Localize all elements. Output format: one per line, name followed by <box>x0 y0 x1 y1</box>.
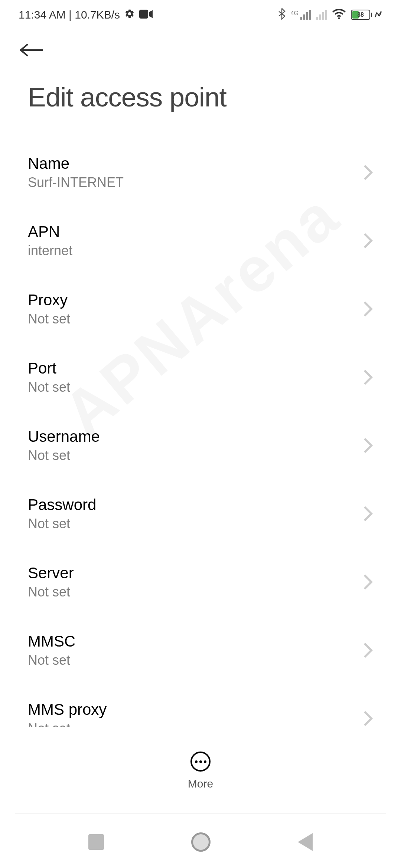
setting-value: Not set <box>28 721 355 727</box>
setting-row-mms-proxy[interactable]: MMS proxy Not set <box>0 684 401 727</box>
chevron-right-icon <box>363 437 373 454</box>
back-row <box>0 30 401 67</box>
setting-value: Not set <box>28 379 355 395</box>
setting-label: APN <box>28 223 355 241</box>
signal-sim2 <box>316 10 327 20</box>
chevron-right-icon <box>363 233 373 249</box>
status-time: 11:34 AM | 10.7KB/s <box>19 9 120 21</box>
setting-value: Not set <box>28 311 355 327</box>
chevron-right-icon <box>363 574 373 590</box>
network-type-label: 4G <box>291 10 299 17</box>
chevron-right-icon <box>363 164 373 181</box>
more-label: More <box>188 777 213 790</box>
setting-label: Username <box>28 428 355 445</box>
setting-row-port[interactable]: Port Not set <box>0 343 401 411</box>
content-area: 11:34 AM | 10.7KB/s 4G <box>0 0 401 727</box>
chevron-right-icon <box>363 710 373 727</box>
status-bar: 11:34 AM | 10.7KB/s 4G <box>0 0 401 30</box>
wifi-icon <box>332 9 346 22</box>
status-left: 11:34 AM | 10.7KB/s <box>19 9 153 22</box>
setting-value: internet <box>28 243 355 259</box>
setting-value: Surf-INTERNET <box>28 175 355 190</box>
setting-value: Not set <box>28 584 355 600</box>
setting-row-username[interactable]: Username Not set <box>0 411 401 480</box>
nav-recents-button[interactable] <box>88 834 104 850</box>
gear-icon <box>124 9 135 22</box>
setting-row-mmsc[interactable]: MMSC Not set <box>0 616 401 684</box>
setting-row-proxy[interactable]: Proxy Not set <box>0 275 401 343</box>
chevron-right-icon <box>363 369 373 385</box>
chevron-right-icon <box>363 301 373 317</box>
setting-value: Not set <box>28 516 355 532</box>
charging-icon: 🗲 <box>374 10 382 20</box>
setting-row-name[interactable]: Name Surf-INTERNET <box>0 138 401 207</box>
signal-sim1: 4G <box>291 10 311 20</box>
setting-label: Proxy <box>28 291 355 309</box>
setting-label: Server <box>28 564 355 582</box>
nav-back-button[interactable] <box>298 833 313 851</box>
setting-value: Not set <box>28 448 355 463</box>
settings-list: Name Surf-INTERNET APN internet Proxy No… <box>0 138 401 727</box>
svg-rect-0 <box>139 10 148 19</box>
nav-home-button[interactable] <box>191 832 211 852</box>
camera-icon <box>139 9 153 21</box>
bluetooth-icon <box>278 8 286 22</box>
setting-label: MMSC <box>28 632 355 650</box>
status-right: 4G <box>278 8 382 22</box>
system-nav-bar <box>0 816 401 868</box>
setting-row-server[interactable]: Server Not set <box>0 548 401 616</box>
battery-indicator: 38 🗲 <box>351 10 382 20</box>
more-button[interactable] <box>190 752 211 772</box>
setting-value: Not set <box>28 652 355 668</box>
bottom-action-bar: More <box>0 743 401 794</box>
chevron-right-icon <box>363 642 373 658</box>
svg-point-1 <box>338 17 340 19</box>
divider <box>15 813 386 814</box>
setting-row-password[interactable]: Password Not set <box>0 480 401 548</box>
setting-label: Port <box>28 359 355 377</box>
back-button[interactable] <box>19 41 45 59</box>
setting-label: Name <box>28 155 355 172</box>
setting-label: MMS proxy <box>28 701 355 719</box>
page-title: Edit access point <box>0 67 401 138</box>
setting-label: Password <box>28 496 355 514</box>
setting-row-apn[interactable]: APN internet <box>0 207 401 275</box>
chevron-right-icon <box>363 506 373 522</box>
